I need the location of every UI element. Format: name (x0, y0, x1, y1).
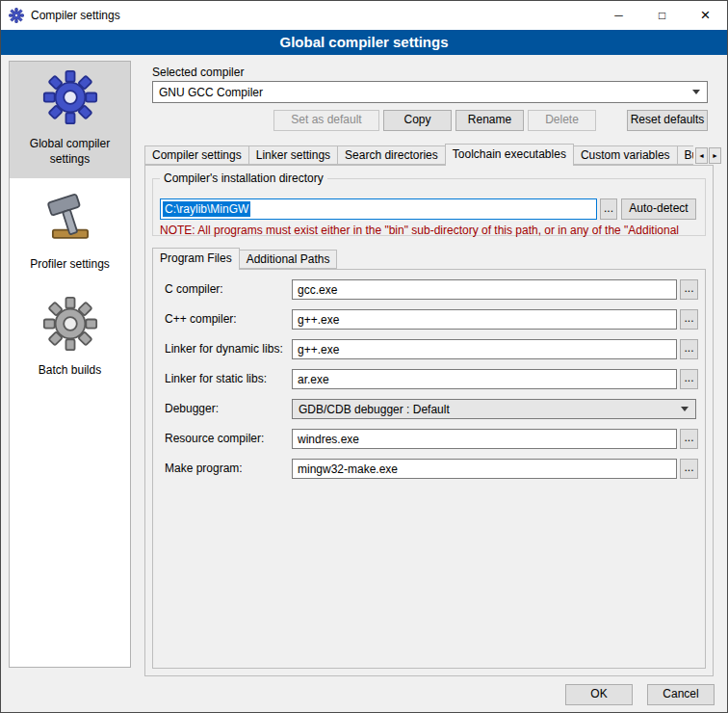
window-title: Compiler settings (31, 9, 120, 22)
sidebar: Global compiler settings Profiler settin… (9, 61, 131, 668)
profiler-tool-icon (42, 190, 98, 246)
sidebar-item-label: Global compiler settings (13, 137, 127, 167)
installation-directory-input[interactable]: C:\raylib\MinGW (160, 198, 597, 220)
main-tabstrip: Compiler settings Linker settings Search… (144, 144, 693, 166)
close-icon[interactable]: × (684, 1, 727, 30)
installation-directory-browse-button[interactable]: ... (600, 198, 617, 220)
linker-dynamic-browse-button[interactable]: ... (680, 339, 698, 359)
tab-build-options[interactable]: Buil (677, 145, 693, 165)
set-as-default-button[interactable]: Set as default (273, 110, 379, 131)
titlebar: Compiler settings ─ □ × (1, 1, 727, 30)
tab-compiler-settings[interactable]: Compiler settings (144, 145, 249, 165)
sidebar-item-label: Profiler settings (30, 257, 110, 273)
cpp-compiler-input[interactable] (292, 309, 677, 330)
cpp-compiler-browse-button[interactable]: ... (680, 309, 698, 330)
tab-custom-variables[interactable]: Custom variables (573, 145, 678, 165)
blue-gear-icon (42, 69, 98, 125)
sub-tabstrip: Program Files Additional Paths (152, 248, 336, 270)
chevron-down-icon (692, 90, 700, 94)
delete-button[interactable]: Delete (528, 110, 596, 131)
c-compiler-label: C compiler: (165, 279, 223, 300)
linker-static-label: Linker for static libs: (165, 369, 267, 389)
cpp-compiler-label: C++ compiler: (165, 309, 237, 330)
sidebar-item-label: Batch builds (39, 363, 101, 379)
linker-static-browse-button[interactable]: ... (680, 369, 698, 389)
installation-directory-value: C:\raylib\MinGW (163, 201, 250, 217)
tab-search-directories[interactable]: Search directories (337, 145, 446, 165)
linker-dynamic-input[interactable] (292, 339, 677, 359)
note-text: NOTE: All programs must exist either in … (160, 224, 706, 237)
minimize-icon[interactable]: ─ (597, 1, 640, 30)
tab-toolchain-executables[interactable]: Toolchain executables (445, 144, 574, 166)
c-compiler-input[interactable] (292, 279, 677, 300)
c-compiler-browse-button[interactable]: ... (680, 279, 698, 300)
tab-scroll-right-icon[interactable]: ► (709, 147, 721, 164)
compiler-settings-window: Compiler settings ─ □ × Global compiler … (0, 0, 728, 713)
app-gear-icon (9, 8, 24, 23)
gray-gear-icon (42, 296, 98, 352)
chevron-down-icon (681, 407, 689, 411)
window-controls: ─ □ × (597, 1, 727, 30)
make-program-label: Make program: (165, 459, 243, 479)
selected-compiler-select[interactable]: GNU GCC Compiler (152, 81, 708, 103)
tab-program-files[interactable]: Program Files (152, 248, 240, 270)
installation-directory-group-title: Compiler's installation directory (160, 172, 327, 185)
tab-scroll-left-icon[interactable]: ◄ (695, 147, 708, 164)
debugger-value: GDB/CDB debugger : Default (299, 403, 450, 416)
resource-compiler-browse-button[interactable]: ... (680, 429, 698, 449)
make-program-input[interactable] (292, 459, 677, 479)
cancel-button[interactable]: Cancel (647, 684, 715, 705)
sidebar-item-global-compiler-settings[interactable]: Global compiler settings (10, 62, 130, 178)
copy-button[interactable]: Copy (383, 110, 452, 131)
selected-compiler-value: GNU GCC Compiler (159, 86, 263, 99)
page-title: Global compiler settings (1, 30, 727, 55)
linker-static-input[interactable] (292, 369, 677, 389)
debugger-select[interactable]: GDB/CDB debugger : Default (292, 399, 696, 419)
tab-additional-paths[interactable]: Additional Paths (239, 250, 338, 269)
reset-defaults-button[interactable]: Reset defaults (627, 110, 708, 131)
debugger-label: Debugger: (165, 399, 219, 419)
sidebar-item-batch-builds[interactable]: Batch builds (10, 288, 130, 390)
tab-linker-settings[interactable]: Linker settings (248, 145, 338, 165)
maximize-icon[interactable]: □ (640, 1, 684, 30)
auto-detect-button[interactable]: Auto-detect (621, 198, 696, 220)
linker-dynamic-label: Linker for dynamic libs: (165, 339, 283, 359)
ok-button[interactable]: OK (565, 684, 633, 705)
selected-compiler-label: Selected compiler (152, 63, 244, 83)
resource-compiler-input[interactable] (292, 429, 677, 449)
resource-compiler-label: Resource compiler: (165, 429, 264, 449)
make-program-browse-button[interactable]: ... (680, 459, 698, 479)
rename-button[interactable]: Rename (455, 110, 524, 131)
sidebar-item-profiler-settings[interactable]: Profiler settings (10, 182, 130, 284)
